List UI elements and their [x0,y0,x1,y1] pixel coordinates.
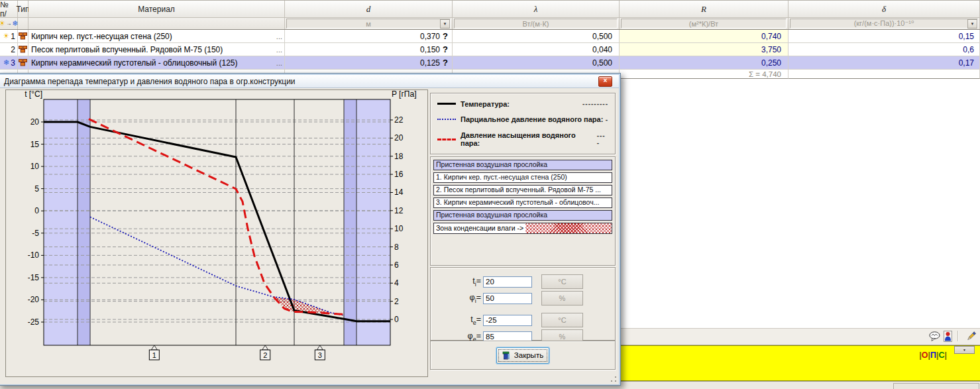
dotted-blue-swatch [437,119,456,120]
material-cell[interactable]: Кирпич керамический пустотелый - облицов… [28,56,285,70]
pencil-edit-icon[interactable] [965,331,977,342]
t-tick-label: 5 [34,184,39,194]
material-cell[interactable]: Кирпич кер. пуст.-несущая стена (250)... [28,30,285,43]
material-name: Песок перлитовый вспученный. Рядовой М-7… [31,45,223,54]
air-layer-item: Пристенная воздушная прослойка [433,210,612,221]
comment-bubble-icon[interactable] [929,331,941,342]
delta-cell[interactable]: 0,6 [789,43,980,56]
resize-grip[interactable] [610,375,617,382]
solid-black-swatch [437,103,456,105]
row-number-cell: ❄3 [0,56,18,70]
legend-label: Давление насыщения водяного пара: [461,131,597,147]
lambda-cell[interactable]: 0,500 [453,30,620,43]
t-i-field[interactable] [483,276,532,288]
table-units-row: ☀→❄ м ▼ Вт/(м·К) (м²*К)/Вт (кг/(м·с·Па))… [0,18,980,30]
dialog-titlebar[interactable]: Диаграмма перепада температур и давления… [0,75,619,88]
material-cell[interactable]: Песок перлитовый вспученный. Рядовой М-7… [28,43,285,56]
material-layer-item: 1. Кирпич кер. пуст.-несущая стена (250) [433,172,612,183]
table-row[interactable]: ☀1Кирпич кер. пуст.-несущая стена (250).… [0,30,980,43]
close-dialog-button[interactable]: Закрыть [496,347,549,364]
opc-letter: П [930,351,936,360]
dialog-close-icon[interactable]: × [598,76,612,87]
t-tick-label: -10 [28,250,40,260]
d-cell[interactable]: 0,370? [285,30,453,43]
delta-cell[interactable]: 0,17 [789,56,980,70]
r-cell[interactable]: 0,740 [620,30,789,43]
marker-label: 2 [263,351,267,359]
dialog-body: 20151050-5-10-15-20-25222018161412108642… [0,88,619,384]
diagram-chart-panel: 20151050-5-10-15-20-25222018161412108642… [5,89,428,377]
p-axis-title: P [гПа] [392,90,416,99]
phi-i-field[interactable] [483,293,532,304]
r-cell[interactable]: 3,750 [620,43,789,56]
saturation_pressure-line [89,119,344,315]
brick-icon [19,59,27,66]
material-browse-button[interactable]: ... [274,32,284,40]
close-button-label: Закрыть [514,351,543,359]
col-header-d: d [285,1,453,18]
air-layer-item: Пристенная воздушная прослойка [433,160,612,170]
input-label: te= [431,315,483,326]
legend-line-preview: --------- [582,100,608,107]
materials-table: № п/ Тип Материал d λ R δ ☀→❄ м ▼ Вт/(м·… [0,0,980,79]
d-cell[interactable]: 0,150? [285,43,453,56]
input-label: φi= [431,293,483,304]
row-type-cell [18,43,28,56]
material-browse-button[interactable]: ... [274,46,284,54]
opc-letter: О [922,351,928,360]
unit-lambda: Вт/(м·К) [454,19,618,28]
temperature-line [44,122,390,321]
col-header-delta: δ [789,1,980,18]
air-band-dark [78,99,90,345]
row-type-cell [18,56,28,70]
unit-d: м [286,19,451,28]
marker-pointer [317,345,323,350]
unit-delta: (кг/(м·с·Па))·10⁻¹⁰ [790,19,978,28]
legend-label: Температура: [461,100,510,108]
unit-button[interactable]: °C [541,313,583,327]
lambda-cell[interactable]: 0,500 [453,56,620,70]
d-help-button[interactable]: ? [440,44,451,54]
legend-line-preview: - [606,116,608,123]
heat-flow-cell: ☀→❄ [0,18,18,29]
material-browse-button[interactable]: ... [274,59,284,67]
status-dropdown-button[interactable]: ▼ [954,346,975,354]
d-help-button[interactable]: ? [440,31,451,41]
t-e-field[interactable] [483,315,532,326]
col-header-num: № п/ [0,1,18,18]
exit-door-icon [502,351,511,360]
p-tick-label: 22 [394,115,404,125]
opc-letter: С [938,351,944,360]
unit-cell-lambda: Вт/(м·К) [453,18,620,29]
table-row[interactable]: 2Песок перлитовый вспученный. Рядовой М-… [0,43,980,56]
t-tick-label: 10 [30,162,40,171]
input-row: te=°C [431,312,615,328]
t-tick-label: 15 [30,140,40,149]
unit-d-dropdown-button[interactable]: ▼ [440,19,450,28]
r-sum-value: Σ = 4,740 [620,70,789,79]
d-cell[interactable]: 0,125? [285,56,453,70]
unit-button[interactable]: °C [541,274,583,289]
climate-inputs-box: ti=°Cφi=%te=°Cφe=% [430,267,616,341]
p-tick-label: 6 [394,260,399,270]
table-row[interactable]: ❄3Кирпич керамический пустотелый - облиц… [0,56,980,70]
legend-entry: Давление насыщения водяного пара:---- [437,131,608,147]
air-band-light [356,99,390,345]
d-help-button[interactable]: ? [440,58,451,68]
p-tick-label: 8 [394,243,399,252]
p-tick-label: 20 [394,133,404,142]
r-cell[interactable]: 0,250 [620,56,789,70]
unit-cell-d: м ▼ [285,18,453,29]
delta-cell[interactable]: 0,15 [789,30,980,43]
marker-label: 3 [318,351,322,359]
dialog-title: Диаграмма перепада температур и давления… [0,77,296,86]
row-type-cell [18,30,28,43]
unit-button[interactable]: % [541,291,583,306]
p-tick-label: 10 [394,224,404,233]
lambda-cell[interactable]: 0,040 [453,43,620,56]
unit-delta-dropdown-button[interactable]: ▼ [967,19,977,28]
t-tick-label: -5 [32,229,39,238]
person-marker-icon[interactable] [942,331,953,342]
t-tick-label: -25 [28,317,40,327]
bottom-toolbar [596,328,980,345]
